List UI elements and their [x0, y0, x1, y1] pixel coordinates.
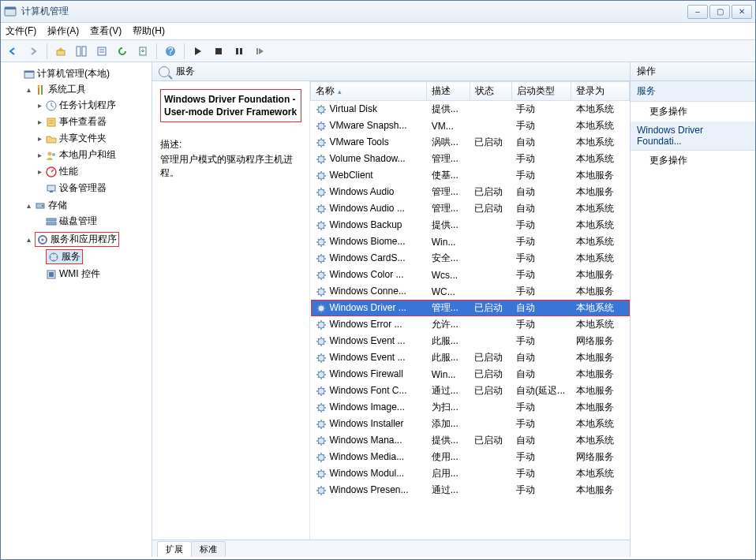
tree-disk-management[interactable]: 磁盘管理	[34, 214, 152, 229]
gear-icon	[316, 121, 327, 132]
minimize-button[interactable]: –	[687, 5, 708, 19]
tree-event-viewer[interactable]: ▸事件查看器	[34, 114, 152, 129]
service-row[interactable]: Windows Audio管理...已启动自动本地服务	[311, 184, 630, 200]
col-logon[interactable]: 登录为	[571, 82, 630, 101]
svg-line-244	[323, 471, 324, 472]
service-row[interactable]: VMware Snapsh...VM...手动本地系统	[311, 118, 630, 134]
service-row[interactable]: WebClient使基...手动本地服务	[311, 167, 630, 184]
service-row[interactable]: Windows Color ...Wcs...手动本地服务	[311, 267, 630, 283]
service-row[interactable]: Volume Shadow...管理...手动本地系统	[311, 151, 630, 167]
svg-line-145	[323, 289, 324, 290]
play-button[interactable]	[189, 43, 207, 60]
service-row[interactable]: Windows Installer添加...手动本地系统	[311, 416, 630, 432]
service-row[interactable]: Windows Mana...提供...已启动自动本地系统	[311, 432, 630, 449]
tab-standard[interactable]: 标准	[191, 541, 226, 557]
menu-view[interactable]: 查看(V)	[90, 24, 122, 38]
svg-line-189	[318, 376, 320, 378]
svg-rect-37	[49, 272, 54, 277]
gear-icon	[316, 303, 327, 314]
tree-storage[interactable]: ▴存储	[23, 198, 152, 213]
gear-icon	[316, 154, 327, 165]
stop-button[interactable]	[210, 43, 227, 60]
menu-help[interactable]: 帮助(H)	[133, 24, 165, 38]
tree-services-and-apps[interactable]: ▴ 服务和应用程序	[23, 231, 152, 248]
service-row[interactable]: Windows Presen...通过...手动本地服务	[311, 482, 630, 498]
svg-line-144	[318, 293, 320, 295]
tree-wmi[interactable]: WMI 控件	[34, 267, 152, 282]
services-list[interactable]: 名称▴ 描述 状态 启动类型 登录为 Virtual Disk提供...手动本地…	[310, 81, 630, 539]
service-row[interactable]: Windows Modul...启用...手动本地系统	[311, 465, 630, 482]
service-row[interactable]: Windows Image...为扫...手动本地服务	[311, 399, 630, 416]
tree-task-scheduler[interactable]: ▸任务计划程序	[34, 98, 152, 113]
refresh-button[interactable]	[114, 43, 131, 60]
close-button[interactable]: ✕	[732, 5, 752, 19]
svg-line-232	[318, 454, 320, 456]
gear-icon	[316, 104, 327, 115]
properties-button[interactable]	[93, 43, 110, 60]
view-panes-button[interactable]	[73, 43, 90, 60]
menu-action[interactable]: 操作(A)	[47, 24, 79, 38]
service-row[interactable]: Windows Conne...WC...手动本地服务	[311, 283, 630, 300]
service-row[interactable]: Windows Media...使用...手动网络服务	[311, 449, 630, 465]
tree-system-tools[interactable]: ▴系统工具	[23, 82, 152, 97]
svg-line-214	[318, 421, 320, 423]
col-desc[interactable]: 描述	[427, 82, 470, 101]
tree-shared-folders[interactable]: ▸共享文件夹	[34, 131, 152, 146]
up-button[interactable]	[52, 43, 69, 60]
service-row[interactable]: Windows FirewallWin...已启动自动本地服务	[311, 366, 630, 383]
tree-device-manager[interactable]: 设备管理器	[34, 181, 152, 196]
svg-line-187	[318, 371, 320, 373]
svg-line-45	[318, 111, 320, 113]
export-button[interactable]	[134, 43, 152, 60]
service-row[interactable]: Windows Event ...此服...已启动自动本地服务	[311, 349, 630, 366]
selected-service-name: Windows Driver Foundation - User-mode Dr…	[160, 89, 301, 122]
service-row[interactable]: Virtual Disk提供...手动本地系统	[311, 101, 630, 118]
service-row[interactable]: VMware Tools涡哄...已启动自动本地系统	[311, 134, 630, 151]
actions-more-1[interactable]: 更多操作	[631, 102, 755, 121]
service-row[interactable]: Windows Error ...允许...手动本地系统	[311, 316, 630, 333]
service-row[interactable]: Windows Biome...Win...手动本地系统	[311, 233, 630, 250]
service-row[interactable]: Windows Audio ...管理...已启动自动本地系统	[311, 200, 630, 217]
tab-extended[interactable]: 扩展	[157, 541, 192, 557]
maximize-button[interactable]: ▢	[709, 5, 730, 19]
actions-more-2[interactable]: 更多操作	[631, 151, 755, 170]
tree-local-users[interactable]: ▸本地用户和组	[34, 147, 152, 162]
pause-button[interactable]	[230, 43, 248, 60]
service-row[interactable]: Windows Driver ...管理...已启动自动本地系统	[311, 300, 630, 316]
tree-root[interactable]: 计算机管理(本地)	[12, 66, 152, 81]
svg-line-90	[318, 194, 320, 196]
back-button[interactable]	[4, 43, 21, 60]
services-header: 服务	[152, 62, 630, 81]
service-row[interactable]: Windows CardS...安全...手动本地系统	[311, 250, 630, 267]
svg-line-55	[323, 123, 324, 125]
svg-line-216	[318, 426, 320, 427]
forward-button[interactable]	[24, 43, 42, 60]
gear-icon	[316, 220, 327, 231]
svg-line-226	[323, 438, 324, 439]
menubar: 文件(F) 操作(A) 查看(V) 帮助(H)	[1, 23, 755, 40]
tree-performance[interactable]: ▸性能	[34, 164, 152, 179]
service-row[interactable]: Windows Font C...通过...已启动自动(延迟...本地服务	[311, 383, 630, 399]
titlebar: 计算机管理 – ▢ ✕	[1, 1, 755, 23]
service-row[interactable]: Windows Backup提供...手动本地系统	[311, 217, 630, 233]
tree-services[interactable]: 服务	[34, 248, 152, 265]
restart-button[interactable]	[251, 43, 268, 60]
svg-line-125	[323, 260, 324, 262]
col-startup[interactable]: 启动类型	[511, 82, 571, 101]
svg-line-133	[318, 272, 320, 274]
navigation-tree[interactable]: 计算机管理(本地) ▴系统工具 ▸任务计划程序 ▸事件查看器 ▸共享文件夹 ▸本…	[1, 62, 152, 557]
gear-icon	[316, 286, 327, 297]
svg-rect-27	[47, 185, 55, 191]
col-name[interactable]: 名称▴	[311, 82, 427, 101]
gear-icon	[316, 419, 327, 430]
gear-icon	[316, 170, 327, 181]
svg-line-180	[318, 360, 320, 361]
menu-file[interactable]: 文件(F)	[6, 24, 36, 38]
svg-line-207	[318, 409, 320, 411]
svg-line-169	[318, 338, 320, 340]
col-status[interactable]: 状态	[470, 82, 511, 101]
help-button[interactable]: ?	[162, 43, 179, 60]
service-row[interactable]: Windows Event ...此服...手动网络服务	[311, 333, 630, 349]
svg-point-25	[52, 153, 55, 156]
svg-rect-16	[24, 71, 34, 73]
